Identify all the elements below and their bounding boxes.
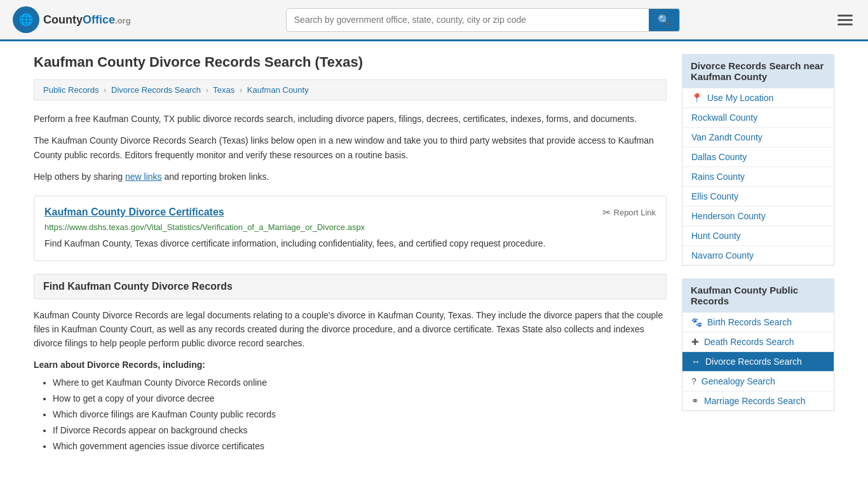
nearby-county-link[interactable]: Rockwall County <box>691 112 757 123</box>
divorce-records-link[interactable]: Divorce Records Search <box>705 356 802 367</box>
genealogy-link[interactable]: Genealogy Search <box>702 376 775 386</box>
new-links-link[interactable]: new links <box>125 172 162 182</box>
nearby-county-vanzandt[interactable]: Van Zandt County <box>682 128 834 147</box>
nearby-county-link[interactable]: Van Zandt County <box>691 132 763 142</box>
learn-label: Learn about Divorce Records, including: <box>34 360 667 370</box>
death-records-item[interactable]: ✚ Death Records Search <box>682 332 834 352</box>
use-my-location-link[interactable]: Use My Location <box>707 93 773 103</box>
search-button[interactable]: 🔍 <box>649 9 679 31</box>
list-item: Which divorce filings are Kaufman County… <box>53 407 667 423</box>
report-icon: ✂ <box>602 207 611 219</box>
menu-icon-line3 <box>837 24 853 25</box>
nearby-list: 📍 Use My Location Rockwall County Van Za… <box>682 88 834 266</box>
find-section-header: Find Kaufman County Divorce Records <box>34 274 667 299</box>
divorce-icon: ↔ <box>691 356 700 367</box>
marriage-records-item[interactable]: ⚭ Marriage Records Search <box>682 391 834 410</box>
public-records-heading: Kaufman County Public Records <box>682 278 834 313</box>
nearby-section: Divorce Records Search near Kaufman Coun… <box>682 54 834 266</box>
sidebar: Divorce Records Search near Kaufman Coun… <box>682 54 834 455</box>
nearby-county-ellis[interactable]: Ellis County <box>682 187 834 207</box>
location-icon: 📍 <box>691 93 702 103</box>
birth-records-item[interactable]: 🐾 Birth Records Search <box>682 313 834 332</box>
marriage-records-link[interactable]: Marriage Records Search <box>704 396 806 406</box>
intro-text-2: The Kaufman County Divorce Records Searc… <box>34 133 667 162</box>
search-area: 🔍 <box>286 8 680 32</box>
breadcrumb-public-records[interactable]: Public Records <box>43 85 98 95</box>
menu-icon-line2 <box>837 19 853 21</box>
nearby-county-link[interactable]: Henderson County <box>691 211 766 221</box>
list-item: Which government agencies issue divorce … <box>53 438 667 454</box>
death-icon: ✚ <box>691 337 699 347</box>
birth-records-link[interactable]: Birth Records Search <box>707 317 792 327</box>
resource-url[interactable]: https://www.dshs.texas.gov/Vital_Statist… <box>44 222 656 232</box>
main-container: Kaufman County Divorce Records Search (T… <box>21 41 847 468</box>
logo-icon: 🌐 <box>13 6 39 33</box>
menu-button[interactable] <box>835 12 855 28</box>
nearby-county-link[interactable]: Hunt County <box>691 231 741 241</box>
breadcrumb-divorce-records-search[interactable]: Divorce Records Search <box>111 85 201 95</box>
resource-card: Kaufman County Divorce Certificates ✂ Re… <box>34 196 667 261</box>
nearby-county-dallas[interactable]: Dallas County <box>682 147 834 167</box>
intro-text-3: Help others by sharing new links and rep… <box>34 170 667 184</box>
search-input[interactable] <box>287 10 649 30</box>
resource-header: Kaufman County Divorce Certificates ✂ Re… <box>44 207 656 219</box>
divorce-records-item[interactable]: ↔ Divorce Records Search <box>682 352 834 372</box>
death-records-link[interactable]: Death Records Search <box>704 337 794 347</box>
birth-icon: 🐾 <box>691 317 702 327</box>
site-header: 🌐 CountyOffice.org 🔍 <box>0 0 868 41</box>
list-item: If Divorce Records appear on background … <box>53 423 667 438</box>
resource-title[interactable]: Kaufman County Divorce Certificates <box>44 207 224 218</box>
marriage-icon: ⚭ <box>691 396 699 406</box>
nearby-county-link[interactable]: Dallas County <box>691 152 747 162</box>
nearby-county-link[interactable]: Navarro County <box>691 250 754 261</box>
page-title: Kaufman County Divorce Records Search (T… <box>34 54 667 71</box>
public-records-list: 🐾 Birth Records Search ✚ Death Records S… <box>682 313 834 411</box>
report-link-button[interactable]: ✂ Report Link <box>602 207 656 219</box>
nearby-county-hunt[interactable]: Hunt County <box>682 226 834 246</box>
bullet-list: Where to get Kaufman County Divorce Reco… <box>34 375 667 455</box>
find-section-body: Kaufman County Divorce Records are legal… <box>34 308 667 351</box>
genealogy-icon: ? <box>691 376 696 386</box>
find-section-title: Find Kaufman County Divorce Records <box>43 281 657 292</box>
nearby-county-link[interactable]: Rains County <box>691 172 745 182</box>
nearby-county-rains[interactable]: Rains County <box>682 167 834 187</box>
breadcrumb-texas[interactable]: Texas <box>213 85 234 95</box>
content-area: Kaufman County Divorce Records Search (T… <box>34 54 667 455</box>
genealogy-item[interactable]: ? Genealogy Search <box>682 372 834 391</box>
nearby-heading: Divorce Records Search near Kaufman Coun… <box>682 54 834 88</box>
logo[interactable]: 🌐 CountyOffice.org <box>13 6 131 33</box>
report-label: Report Link <box>614 208 656 217</box>
nearby-county-link[interactable]: Ellis County <box>691 191 738 201</box>
nearby-county-henderson[interactable]: Henderson County <box>682 207 834 226</box>
nearby-county-navarro[interactable]: Navarro County <box>682 246 834 265</box>
search-box: 🔍 <box>286 8 680 32</box>
resource-desc: Find Kaufman County, Texas divorce certi… <box>44 237 656 250</box>
public-records-section: Kaufman County Public Records 🐾 Birth Re… <box>682 278 834 411</box>
list-item: Where to get Kaufman County Divorce Reco… <box>53 375 667 391</box>
breadcrumb: Public Records › Divorce Records Search … <box>34 79 667 100</box>
menu-icon-line1 <box>837 15 853 17</box>
breadcrumb-kaufman-county[interactable]: Kaufman County <box>247 85 309 95</box>
intro-text-1: Perform a free Kaufman County, TX public… <box>34 112 667 126</box>
nearby-county-rockwall[interactable]: Rockwall County <box>682 108 834 128</box>
use-my-location-item[interactable]: 📍 Use My Location <box>682 88 834 108</box>
list-item: How to get a copy of your divorce decree <box>53 391 667 407</box>
logo-text: CountyOffice.org <box>43 13 131 27</box>
